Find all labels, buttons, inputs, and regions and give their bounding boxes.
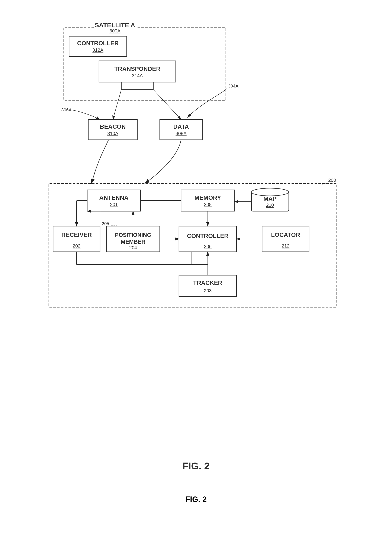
svg-text:204: 204 bbox=[129, 245, 137, 250]
svg-text:306A: 306A bbox=[61, 107, 72, 112]
svg-text:POSITIONING: POSITIONING bbox=[115, 232, 151, 238]
fig-caption: FIG. 2 bbox=[185, 495, 207, 504]
svg-text:312A: 312A bbox=[92, 47, 104, 53]
svg-text:BEACON: BEACON bbox=[100, 123, 126, 130]
svg-text:SATELLITE A: SATELLITE A bbox=[95, 22, 135, 29]
svg-text:RECEIVER: RECEIVER bbox=[61, 231, 92, 238]
svg-point-57 bbox=[251, 188, 288, 196]
svg-text:FIG. 2: FIG. 2 bbox=[182, 460, 210, 471]
svg-text:205: 205 bbox=[102, 221, 109, 226]
svg-text:201: 201 bbox=[110, 202, 118, 207]
svg-text:TRANSPONDER: TRANSPONDER bbox=[114, 65, 160, 72]
svg-text:DATA: DATA bbox=[173, 123, 189, 130]
svg-text:308A: 308A bbox=[175, 131, 187, 136]
svg-text:LOCATOR: LOCATOR bbox=[271, 231, 300, 238]
svg-text:203: 203 bbox=[204, 288, 212, 293]
svg-text:202: 202 bbox=[73, 243, 81, 249]
svg-text:304A: 304A bbox=[228, 83, 238, 88]
svg-line-45 bbox=[113, 90, 121, 120]
svg-text:210: 210 bbox=[266, 202, 274, 208]
svg-text:310A: 310A bbox=[107, 131, 118, 136]
svg-text:206: 206 bbox=[204, 244, 212, 249]
svg-text:314A: 314A bbox=[132, 73, 143, 78]
svg-text:CONTROLLER: CONTROLLER bbox=[187, 233, 228, 239]
svg-text:MEMORY: MEMORY bbox=[194, 194, 221, 201]
svg-text:CONTROLLER: CONTROLLER bbox=[77, 40, 119, 46]
page-wrapper: SATELLITE A SATELLITE A 300A CONTROLLER … bbox=[0, 9, 392, 540]
svg-text:208: 208 bbox=[204, 202, 212, 207]
svg-text:ANTENNA: ANTENNA bbox=[99, 194, 129, 201]
svg-line-46 bbox=[153, 90, 181, 120]
svg-text:200: 200 bbox=[328, 178, 336, 183]
main-diagram-svg: SATELLITE A SATELLITE A 300A CONTROLLER … bbox=[36, 21, 356, 491]
svg-text:MEMBER: MEMBER bbox=[121, 239, 145, 245]
svg-text:300A: 300A bbox=[109, 28, 120, 34]
svg-text:212: 212 bbox=[282, 243, 290, 249]
svg-text:MAP: MAP bbox=[263, 195, 277, 202]
svg-text:TRACKER: TRACKER bbox=[193, 280, 223, 286]
